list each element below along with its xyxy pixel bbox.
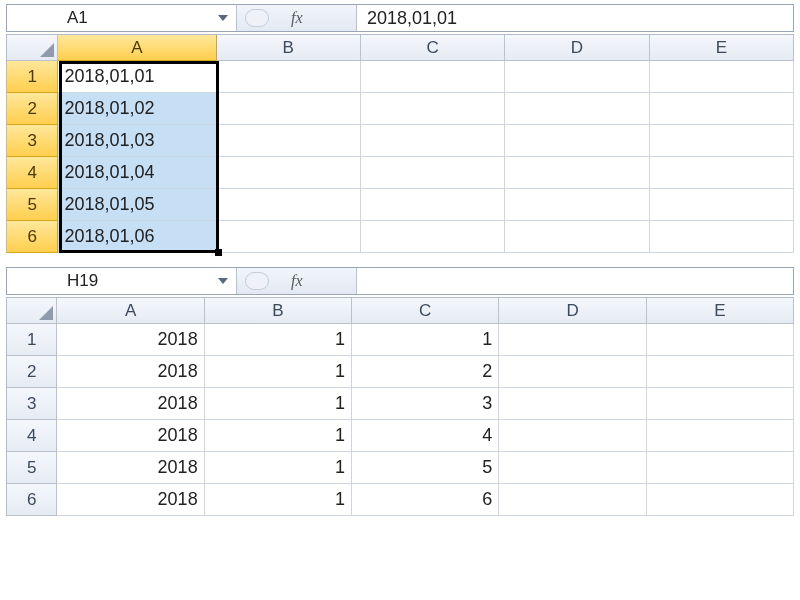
row-header[interactable]: 3 bbox=[7, 388, 57, 420]
row-header[interactable]: 3 bbox=[7, 125, 58, 157]
cell-E5[interactable] bbox=[647, 452, 794, 484]
cell-C5[interactable]: 5 bbox=[352, 452, 499, 484]
cell-A2[interactable]: 2018,01,02 bbox=[58, 93, 216, 125]
cell-D4[interactable] bbox=[499, 420, 646, 452]
cell-D3[interactable] bbox=[505, 125, 649, 157]
col-header-A[interactable]: A bbox=[58, 35, 216, 61]
cell-E3[interactable] bbox=[647, 388, 794, 420]
cell-D4[interactable] bbox=[505, 157, 649, 189]
cell-C2[interactable] bbox=[361, 93, 505, 125]
col-header-E[interactable]: E bbox=[647, 298, 794, 324]
cell-C1[interactable] bbox=[361, 61, 505, 93]
cell-A5[interactable]: 2018 bbox=[57, 452, 204, 484]
select-all-corner[interactable] bbox=[7, 298, 57, 324]
cell-D1[interactable] bbox=[499, 324, 646, 356]
row-header[interactable]: 1 bbox=[7, 324, 57, 356]
cell-E2[interactable] bbox=[647, 356, 794, 388]
select-all-corner[interactable] bbox=[7, 35, 58, 61]
cell-C3[interactable]: 3 bbox=[352, 388, 499, 420]
cell-B5[interactable] bbox=[217, 189, 361, 221]
dropdown-arrow-icon[interactable] bbox=[216, 11, 230, 25]
row-header[interactable]: 4 bbox=[7, 420, 57, 452]
row-header[interactable]: 6 bbox=[7, 484, 57, 516]
col-header-D[interactable]: D bbox=[505, 35, 649, 61]
cell-E1[interactable] bbox=[647, 324, 794, 356]
row-header[interactable]: 4 bbox=[7, 157, 58, 189]
cell-D2[interactable] bbox=[505, 93, 649, 125]
cell-A5[interactable]: 2018,01,05 bbox=[58, 189, 216, 221]
formula-input[interactable]: 2018,01,01 bbox=[357, 5, 793, 31]
name-box[interactable]: H19 bbox=[7, 268, 237, 294]
table-row: 2 2018 1 2 bbox=[7, 356, 794, 388]
col-header-C[interactable]: C bbox=[361, 35, 505, 61]
cell-C3[interactable] bbox=[361, 125, 505, 157]
cell-B2[interactable] bbox=[217, 93, 361, 125]
cell-E4[interactable] bbox=[650, 157, 794, 189]
cell-C4[interactable] bbox=[361, 157, 505, 189]
cell-A4[interactable]: 2018,01,04 bbox=[58, 157, 216, 189]
row-header[interactable]: 6 bbox=[7, 221, 58, 253]
cell-B3[interactable]: 1 bbox=[205, 388, 352, 420]
col-header-D[interactable]: D bbox=[499, 298, 646, 324]
formula-input-value: 2018,01,01 bbox=[367, 8, 457, 29]
cell-E6[interactable] bbox=[650, 221, 794, 253]
cell-C6[interactable] bbox=[361, 221, 505, 253]
cell-B6[interactable]: 1 bbox=[205, 484, 352, 516]
cell-E4[interactable] bbox=[647, 420, 794, 452]
col-header-E[interactable]: E bbox=[650, 35, 794, 61]
row-header[interactable]: 2 bbox=[7, 93, 58, 125]
row-header[interactable]: 5 bbox=[7, 452, 57, 484]
bottom-spreadsheet: H19 fx A B C D E 1 2018 1 1 bbox=[0, 267, 800, 516]
cell-C2[interactable]: 2 bbox=[352, 356, 499, 388]
col-header-A[interactable]: A bbox=[57, 298, 204, 324]
cell-C5[interactable] bbox=[361, 189, 505, 221]
cell-C4[interactable]: 4 bbox=[352, 420, 499, 452]
grid[interactable]: A B C D E 1 2018 1 1 2 2018 1 2 3 2018 1… bbox=[6, 297, 794, 516]
cell-D1[interactable] bbox=[505, 61, 649, 93]
cell-A3[interactable]: 2018,01,03 bbox=[58, 125, 216, 157]
cell-D6[interactable] bbox=[499, 484, 646, 516]
row-header[interactable]: 2 bbox=[7, 356, 57, 388]
col-header-B[interactable]: B bbox=[205, 298, 352, 324]
cell-A6[interactable]: 2018,01,06 bbox=[58, 221, 216, 253]
cell-B2[interactable]: 1 bbox=[205, 356, 352, 388]
name-box[interactable]: A1 bbox=[7, 5, 237, 31]
cell-A4[interactable]: 2018 bbox=[57, 420, 204, 452]
cell-E3[interactable] bbox=[650, 125, 794, 157]
col-header-B[interactable]: B bbox=[217, 35, 361, 61]
cell-D2[interactable] bbox=[499, 356, 646, 388]
cell-B5[interactable]: 1 bbox=[205, 452, 352, 484]
dropdown-arrow-icon[interactable] bbox=[216, 274, 230, 288]
cell-B4[interactable] bbox=[217, 157, 361, 189]
cell-E6[interactable] bbox=[647, 484, 794, 516]
fx-label[interactable]: fx bbox=[275, 9, 307, 27]
cell-A6[interactable]: 2018 bbox=[57, 484, 204, 516]
cell-E5[interactable] bbox=[650, 189, 794, 221]
col-header-C[interactable]: C bbox=[352, 298, 499, 324]
cell-A1[interactable]: 2018,01,01 bbox=[58, 61, 216, 93]
cell-D5[interactable] bbox=[505, 189, 649, 221]
cell-A2[interactable]: 2018 bbox=[57, 356, 204, 388]
cell-D6[interactable] bbox=[505, 221, 649, 253]
cell-C1[interactable]: 1 bbox=[352, 324, 499, 356]
cell-E1[interactable] bbox=[650, 61, 794, 93]
cell-B1[interactable] bbox=[217, 61, 361, 93]
name-box-value: A1 bbox=[17, 8, 216, 28]
fx-label[interactable]: fx bbox=[275, 272, 307, 290]
cell-B6[interactable] bbox=[217, 221, 361, 253]
cell-B1[interactable]: 1 bbox=[205, 324, 352, 356]
cell-D3[interactable] bbox=[499, 388, 646, 420]
fx-pill-icon[interactable] bbox=[245, 9, 269, 27]
row-header[interactable]: 1 bbox=[7, 61, 58, 93]
grid[interactable]: A B C D E 1 2018,01,01 2 2018,01,02 3 20… bbox=[6, 34, 794, 253]
cell-A3[interactable]: 2018 bbox=[57, 388, 204, 420]
formula-input[interactable] bbox=[357, 268, 793, 294]
fx-pill-icon[interactable] bbox=[245, 272, 269, 290]
cell-E2[interactable] bbox=[650, 93, 794, 125]
cell-A1[interactable]: 2018 bbox=[57, 324, 204, 356]
cell-B4[interactable]: 1 bbox=[205, 420, 352, 452]
cell-B3[interactable] bbox=[217, 125, 361, 157]
cell-D5[interactable] bbox=[499, 452, 646, 484]
row-header[interactable]: 5 bbox=[7, 189, 58, 221]
cell-C6[interactable]: 6 bbox=[352, 484, 499, 516]
